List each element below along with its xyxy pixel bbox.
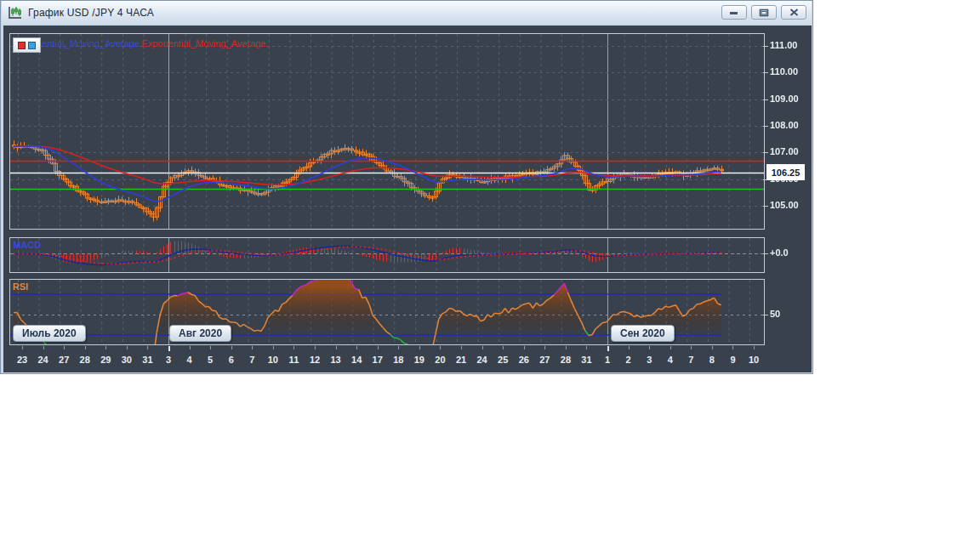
day-tick (231, 346, 232, 349)
chart-window: График USD /JPY 4 ЧАСА (0, 0, 813, 374)
rsi-panel-label: RSI (13, 281, 28, 292)
day-tick (440, 346, 441, 349)
x-axis-label: 30 (122, 355, 132, 365)
restore-icon (759, 9, 769, 17)
window-title: График USD /JPY 4 ЧАСА (28, 7, 154, 19)
time-axis[interactable]: 2324272829303134567101112131417181920212… (9, 346, 811, 372)
macd-chart-canvas[interactable] (10, 238, 764, 272)
minimize-button[interactable] (721, 5, 747, 20)
price-axis-label: 110.00 (770, 66, 811, 77)
rsi-mid-tick (763, 315, 768, 315)
month-label: Сен 2020 (611, 325, 675, 342)
x-axis-label: 1 (605, 355, 610, 365)
chart-client-area: ential_Moving_Average.Exponential_Moving… (3, 26, 812, 372)
x-axis-label: 6 (229, 355, 234, 365)
price-axis-label: 107.00 (770, 146, 811, 156)
day-tick (315, 346, 316, 349)
macd-panel: MACD (9, 237, 765, 273)
x-axis-label: 9 (730, 355, 735, 365)
day-tick (732, 346, 733, 349)
x-axis-label: 29 (100, 355, 111, 365)
day-tick (712, 346, 713, 349)
price-tick (763, 72, 768, 73)
x-axis-label: 24 (476, 355, 487, 365)
day-tick (649, 346, 650, 349)
day-tick (482, 346, 483, 349)
price-chart-canvas[interactable] (10, 34, 764, 229)
day-tick (293, 346, 294, 349)
day-tick (503, 346, 504, 349)
x-axis-label: 7 (249, 355, 254, 365)
x-axis-label: 27 (539, 355, 550, 365)
day-tick (629, 346, 630, 349)
price-axis-label: 109.00 (770, 94, 811, 104)
month-label: Июль 2020 (13, 325, 86, 342)
x-axis-label: 18 (393, 355, 403, 365)
candlestick-chart-icon (8, 6, 23, 20)
legend-ema-red-label: .Exponential_Moving_Average. (140, 38, 269, 48)
day-tick (43, 346, 44, 349)
x-axis-label: 19 (414, 355, 424, 365)
series-blue-icon (28, 42, 36, 49)
day-tick (105, 346, 106, 349)
day-tick (544, 346, 545, 349)
price-tick (763, 126, 768, 127)
day-tick (210, 346, 211, 349)
x-axis-label: 7 (688, 355, 693, 365)
x-axis-label: 3 (647, 355, 652, 365)
rsi-mid-label: 50 (770, 309, 811, 319)
day-tick (670, 346, 671, 349)
legend-ema-blue-label: ential_Moving_Average (42, 38, 140, 48)
day-tick (378, 346, 379, 349)
x-axis-label: 17 (373, 355, 383, 365)
x-axis-label: 26 (519, 355, 529, 365)
price-tick (763, 152, 768, 153)
day-tick (524, 346, 525, 349)
minimize-icon (729, 9, 739, 16)
window-titlebar[interactable]: График USD /JPY 4 ЧАСА (2, 1, 812, 25)
x-axis-label: 21 (456, 355, 466, 365)
x-axis-label: 2 (626, 355, 631, 365)
price-axis-label: 108.00 (770, 120, 811, 130)
day-tick (461, 346, 462, 349)
x-axis-label: 4 (187, 355, 192, 365)
x-axis-label: 27 (59, 355, 69, 365)
x-axis-label: 4 (668, 355, 673, 365)
day-tick (190, 346, 191, 349)
x-axis-label: 31 (142, 355, 152, 365)
day-tick (691, 346, 692, 349)
day-tick (252, 346, 253, 349)
price-tick (763, 206, 768, 207)
close-button[interactable] (781, 5, 806, 20)
x-axis-label: 3 (166, 355, 171, 365)
day-tick (85, 346, 86, 349)
day-tick (336, 346, 337, 349)
day-tick (419, 346, 420, 349)
day-tick (22, 346, 23, 349)
x-axis-label: 5 (208, 355, 213, 365)
window-controls (721, 5, 806, 20)
macd-zero-label: +0.0 (770, 247, 811, 258)
day-tick (586, 346, 587, 349)
restore-button[interactable] (751, 5, 777, 20)
x-axis-label: 20 (435, 355, 445, 365)
day-tick (127, 346, 128, 349)
month-tick (168, 346, 170, 351)
x-axis-label: 10 (749, 355, 759, 365)
x-axis-label: 28 (561, 355, 571, 365)
month-tick (607, 346, 609, 351)
x-axis-label: 11 (289, 355, 299, 365)
x-axis-label: 25 (498, 355, 508, 365)
price-axis-label: 111.00 (770, 40, 811, 50)
day-tick (356, 346, 357, 349)
x-axis-label: 12 (310, 355, 320, 365)
price-tick (763, 99, 768, 100)
legend-series-box[interactable] (13, 37, 41, 53)
month-label: Авг 2020 (169, 325, 231, 342)
macd-zero-tick (763, 253, 768, 254)
legend-text: ential_Moving_Average.Exponential_Moving… (42, 38, 269, 48)
day-tick (754, 346, 755, 349)
price-axis-label: 105.00 (770, 200, 811, 210)
day-tick (398, 346, 399, 349)
x-axis-label: 8 (709, 355, 715, 365)
